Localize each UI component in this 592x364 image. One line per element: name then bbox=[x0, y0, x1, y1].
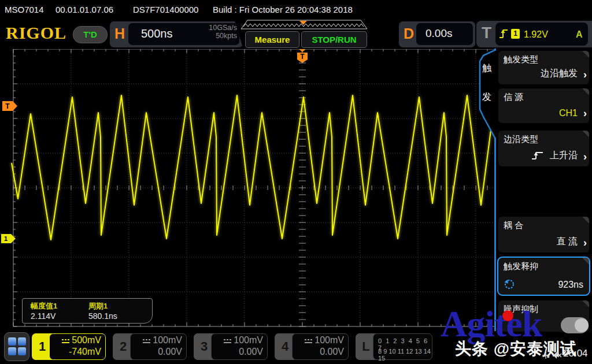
channel-offset: 0.00V bbox=[320, 347, 344, 357]
grid-icon bbox=[8, 337, 16, 346]
menu-item-value: 边沿触发 bbox=[541, 68, 578, 80]
corner-fold bbox=[582, 258, 589, 265]
menu-item-trigger-type[interactable]: 触发类型 边沿触发 › bbox=[498, 51, 589, 84]
build-info: Build : Fri October 26 20:04:38 2018 bbox=[213, 5, 353, 14]
chevron-right-icon: › bbox=[583, 107, 587, 120]
status-bar: MSO7014 00.01.01.07.06 DS7F701400000 Bui… bbox=[0, 0, 592, 19]
menu-item-value: 直 流 bbox=[557, 236, 578, 248]
corner-fold bbox=[582, 131, 589, 138]
corner-fold bbox=[582, 51, 589, 58]
channel-scale: 100mV bbox=[153, 335, 182, 345]
channel-2-box[interactable]: 2 100mV 0.00V bbox=[113, 333, 186, 360]
chevron-right-icon: › bbox=[583, 237, 587, 249]
measurement-value: 580.1ns bbox=[88, 311, 117, 321]
chevron-right-icon: › bbox=[583, 151, 587, 163]
channel-offset: 0.00V bbox=[239, 347, 263, 357]
rotate-knob-icon bbox=[504, 278, 515, 290]
watermark-red-dot bbox=[502, 310, 513, 321]
firmware-version: 00.01.01.07.06 bbox=[56, 5, 113, 14]
measurement-label: 幅度值1 bbox=[31, 301, 57, 311]
menu-item-label: 耦 合 bbox=[504, 220, 523, 231]
acquisition-info: 10GSa/s 50kpts bbox=[184, 24, 237, 40]
measurement-label: 周期1 bbox=[88, 301, 108, 311]
trigger-source-chip: 1 bbox=[511, 29, 520, 39]
menu-tab-label: 触 bbox=[482, 62, 491, 75]
dc-coupling-icon bbox=[223, 338, 232, 344]
grid-icon bbox=[18, 337, 26, 346]
channel-scale: 100mV bbox=[314, 335, 344, 345]
channel-3-box[interactable]: 3 100mV 0.00V bbox=[194, 333, 267, 360]
timebase-value: 500ns bbox=[141, 27, 173, 40]
corner-fold bbox=[582, 217, 589, 224]
channel-scale: 100mV bbox=[234, 335, 263, 345]
serial-number: DS7F701400000 bbox=[133, 5, 198, 14]
ch1-waveform-trace bbox=[12, 95, 496, 240]
speaker-mute-icon bbox=[553, 352, 561, 359]
corner-fold bbox=[582, 88, 589, 95]
menu-item-label: 边沿类型 bbox=[504, 134, 538, 145]
delay-label: D bbox=[404, 25, 414, 42]
menu-item-label: 触发释抑 bbox=[504, 261, 538, 272]
watermark-circle bbox=[575, 318, 589, 332]
channel-scale: 500mV bbox=[72, 335, 101, 345]
menu-item-holdoff[interactable]: 触发释抑 923ns bbox=[497, 257, 590, 296]
acquisition-mode-badge: A bbox=[576, 29, 583, 40]
menu-tab-label: 发 bbox=[482, 91, 491, 103]
memory-depth: 50kpts bbox=[184, 32, 237, 40]
menu-item-value: CH1 bbox=[559, 108, 578, 118]
clock-display: 20:04 bbox=[563, 348, 588, 359]
usb-icon bbox=[543, 351, 549, 359]
trigger-level-value: 1.92V bbox=[524, 29, 548, 40]
grid-icon bbox=[18, 347, 26, 355]
stop-run-button[interactable]: STOP/RUN bbox=[301, 31, 367, 48]
graticule bbox=[13, 49, 496, 326]
trigger-position-marker[interactable]: T bbox=[297, 49, 308, 63]
channel-1-box[interactable]: 1 500mV -740mV bbox=[32, 333, 105, 360]
trigger-status-badge: T'D bbox=[73, 26, 108, 43]
grid-icon bbox=[8, 347, 16, 355]
corner-fold bbox=[582, 300, 589, 307]
menu-item-value: 923ns bbox=[558, 280, 583, 290]
menu-item-value: 上升沿 bbox=[550, 150, 578, 162]
menu-item-label: 触发类型 bbox=[504, 54, 538, 65]
trigger-level-marker[interactable]: T bbox=[2, 101, 17, 111]
rigol-logo: RIGOL bbox=[6, 23, 66, 43]
menu-grid-button[interactable] bbox=[4, 332, 29, 361]
logic-row-8-15: 8 9 10 11 12 13 14 15 bbox=[378, 348, 432, 362]
horizontal-label: H bbox=[114, 25, 125, 42]
trigger-label: T bbox=[482, 24, 491, 42]
dc-coupling-icon bbox=[304, 338, 313, 344]
channel-offset: 0.00V bbox=[158, 347, 182, 357]
sample-rate: 10GSa/s bbox=[184, 24, 237, 32]
waveform-display: T T 1 bbox=[0, 49, 497, 328]
dc-coupling-icon bbox=[142, 338, 151, 344]
memory-position-bar[interactable] bbox=[240, 20, 368, 30]
menu-item-source[interactable]: 信 源 CH1 › bbox=[498, 88, 589, 123]
delay-value: 0.00s bbox=[426, 27, 452, 40]
channel-4-box[interactable]: 4 100mV 0.00V bbox=[275, 333, 348, 360]
menu-item-label: 信 源 bbox=[504, 92, 523, 103]
svg-text:T: T bbox=[300, 53, 305, 61]
rising-edge-icon bbox=[498, 27, 509, 40]
measure-button[interactable]: Measure bbox=[245, 31, 299, 48]
model-name: MSO7014 bbox=[5, 5, 44, 14]
dc-coupling-icon bbox=[61, 338, 70, 344]
rising-edge-icon bbox=[531, 150, 544, 161]
menu-item-coupling[interactable]: 耦 合 直 流 › bbox=[498, 217, 589, 252]
menu-item-edge-type[interactable]: 边沿类型 上升沿 › bbox=[498, 131, 589, 166]
svg-text:T: T bbox=[5, 102, 10, 110]
measurement-panel: 幅度值1 2.114V 周期1 580.1ns bbox=[22, 298, 153, 324]
oscilloscope-screen: MSO7014 00.01.01.07.06 DS7F701400000 Bui… bbox=[0, 0, 592, 364]
chevron-right-icon: › bbox=[583, 69, 587, 81]
logic-channels-box[interactable]: L 0 1 2 3 4 5 6 7 8 9 10 11 12 13 14 15 bbox=[356, 333, 432, 360]
status-icons bbox=[542, 350, 563, 362]
measurement-value: 2.114V bbox=[31, 311, 56, 321]
svg-text:1: 1 bbox=[4, 235, 8, 242]
channel-offset: -740mV bbox=[69, 347, 101, 357]
